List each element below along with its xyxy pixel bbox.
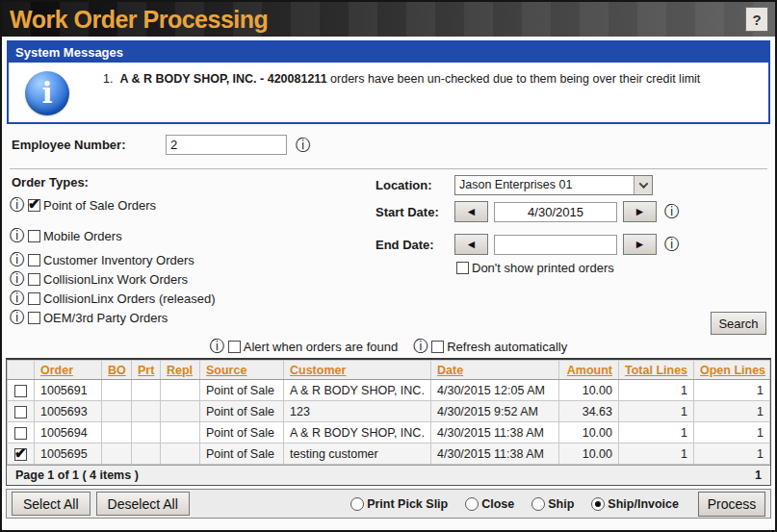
sort-link-amount[interactable]: Amount (567, 364, 612, 377)
order-type-info-icon[interactable]: ⓘ (10, 197, 25, 213)
employee-info-icon[interactable]: ⓘ (296, 138, 311, 153)
order-type-info-icon[interactable]: ⓘ (10, 271, 25, 287)
employee-number-label: Employee Number: (12, 138, 166, 152)
cell-source: Point of Sale (200, 380, 284, 401)
help-button[interactable]: ? (745, 7, 768, 32)
start-date-info-icon[interactable]: ⓘ (664, 204, 680, 219)
system-messages-body: i 1.A & R BODY SHOP, INC. - 420081211 or… (9, 63, 768, 122)
cell-date: 4/30/2015 11:38 AM (431, 422, 559, 443)
cell-customer: A & R BODY SHOP, INC. (284, 380, 431, 401)
sort-link-customer[interactable]: Customer (290, 364, 346, 377)
order-type-info-icon[interactable]: ⓘ (10, 228, 25, 243)
location-row: Location: Jason Enterprises 01 (376, 175, 708, 195)
end-date-info-icon[interactable]: ⓘ (664, 237, 680, 252)
order-type-info-icon[interactable]: ⓘ (10, 291, 25, 306)
process-button[interactable]: Process (698, 492, 765, 517)
alert-options-row: ⓘ Alert when orders are found ⓘ Refresh … (2, 339, 775, 354)
column-header-source: Source (200, 361, 284, 380)
cell-select (8, 443, 35, 465)
cell-source: Point of Sale (200, 443, 284, 465)
pagination-bar: Page 1 of 1 ( 4 items ) 1 (7, 465, 770, 485)
refresh-info-icon[interactable]: ⓘ (413, 339, 428, 354)
end-date-next-button[interactable]: ► (623, 234, 657, 255)
action-radio-1[interactable] (465, 497, 479, 511)
order-type-checkbox[interactable] (28, 254, 40, 266)
location-select[interactable]: Jason Enterprises 01 (454, 175, 653, 195)
end-date-row: End Date: ◄ ► ⓘ (376, 234, 708, 255)
info-icon: i (25, 71, 69, 115)
message-text: orders have been un-checked due to them … (330, 72, 700, 86)
row-checkbox[interactable] (14, 427, 27, 440)
row-checkbox[interactable] (14, 448, 27, 461)
dont-show-printed-row: Don't show printed orders (456, 261, 708, 275)
alert-checkbox[interactable] (228, 341, 241, 353)
row-checkbox[interactable] (14, 406, 27, 418)
order-type-info-icon[interactable]: ⓘ (10, 252, 25, 267)
dont-show-printed-checkbox[interactable] (456, 262, 469, 274)
employee-number-input[interactable] (166, 135, 287, 155)
order-type-checkbox[interactable] (28, 312, 40, 324)
cell-order: 1005695 (35, 443, 102, 465)
action-bar: Select All Deselect All Print Pick Slip … (6, 489, 771, 519)
select-all-button[interactable]: Select All (12, 492, 91, 516)
order-type-checkbox[interactable] (28, 292, 40, 305)
cell-select (8, 401, 35, 422)
orders-table: Order BO Prt Repl Source Customer Date A… (7, 360, 770, 465)
end-date-input[interactable] (494, 235, 617, 255)
row-checkbox[interactable] (14, 385, 27, 397)
cell-source: Point of Sale (200, 401, 284, 422)
location-label: Location: (376, 178, 454, 192)
title-bar: Work Order Processing ? (2, 2, 775, 37)
sort-link-total-lines[interactable]: Total Lines (625, 364, 687, 377)
table-header-row: Order BO Prt Repl Source Customer Date A… (8, 361, 770, 380)
search-button[interactable]: Search (711, 312, 766, 335)
cell-order: 1005694 (35, 422, 102, 443)
column-header-total-lines: Total Lines (619, 361, 694, 380)
action-radio-3[interactable] (591, 497, 605, 511)
order-type-checkbox[interactable] (28, 199, 40, 212)
cell-total-lines: 1 (619, 422, 694, 443)
column-header-amount: Amount (559, 361, 619, 380)
column-header-prt: Prt (132, 361, 161, 380)
alert-info-icon[interactable]: ⓘ (210, 339, 225, 354)
action-radio-2[interactable] (531, 497, 545, 511)
sort-link-source[interactable]: Source (206, 364, 246, 377)
action-radio-0[interactable] (350, 497, 364, 511)
employee-number-row: Employee Number: ⓘ (2, 124, 775, 161)
sort-link-open-lines[interactable]: Open Lines (700, 364, 765, 377)
start-date-row: Start Date: ◄ ► ⓘ (376, 201, 708, 222)
cell-prt (132, 380, 161, 401)
start-date-input[interactable] (494, 202, 617, 222)
sort-link-repl[interactable]: Repl (167, 364, 193, 377)
sort-link-order[interactable]: Order (40, 364, 73, 377)
cell-total-lines: 1 (619, 443, 694, 465)
order-type-checkbox[interactable] (28, 230, 40, 242)
cell-bo (102, 380, 132, 401)
cell-total-lines: 1 (619, 401, 694, 422)
cell-open-lines: 1 (694, 422, 770, 443)
sort-link-bo[interactable]: BO (108, 364, 126, 377)
order-type-info-icon[interactable]: ⓘ (10, 310, 25, 325)
sort-link-prt[interactable]: Prt (138, 364, 154, 377)
order-type-label: Customer Inventory Orders (43, 253, 194, 267)
work-order-processing-window: Work Order Processing ? System Messages … (0, 0, 777, 532)
start-date-prev-button[interactable]: ◄ (454, 201, 488, 222)
order-type-row-4: ⓘ CollisionLinx Orders (released) (10, 291, 775, 306)
sort-link-date[interactable]: Date (437, 364, 463, 377)
order-type-label: Mobile Orders (43, 229, 122, 243)
end-date-prev-button[interactable]: ◄ (454, 234, 488, 255)
cell-select (8, 422, 35, 443)
order-row-1: 1005693 Point of Sale 123 4/30/2015 9:52… (8, 401, 770, 422)
start-date-next-button[interactable]: ► (623, 201, 657, 222)
order-type-checkbox[interactable] (28, 273, 40, 286)
order-type-label: CollisionLinx Orders (released) (43, 291, 215, 306)
date-location-column: Location: Jason Enterprises 01 Start Dat… (376, 175, 708, 275)
action-label-1: Close (481, 497, 514, 511)
cell-prt (132, 443, 161, 465)
cell-prt (132, 422, 161, 443)
cell-order: 1005693 (35, 401, 102, 422)
deselect-all-button[interactable]: Deselect All (96, 492, 190, 516)
cell-repl (161, 422, 200, 443)
page-number-link[interactable]: 1 (755, 469, 762, 482)
refresh-checkbox[interactable] (431, 341, 444, 353)
